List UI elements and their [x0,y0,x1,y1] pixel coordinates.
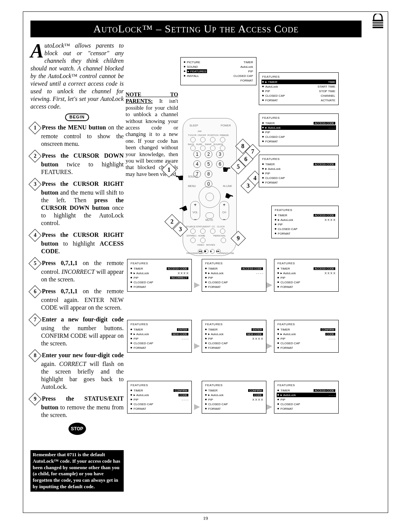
menu-step3: FEATURESTIMERACCESS CODE▸AutoLock- - - -… [259,113,339,146]
svg-rect-1 [373,21,383,22]
menu-step4: FEATURESTIMERACCESS CODE▸AutoLock- - - -… [259,155,339,187]
menu-panel-r3-c2: FEATURESTIMERCONFIRM▸AutoLockCODEPIPX X … [202,381,266,414]
menu-panel-r2-c1: FEATURESTIMERENTER▸AutoLockNEW CODEPIP- … [127,320,192,353]
step-4: 4Press the CURSOR RIGHT button to highli… [30,231,124,255]
menu-panel-r1-c1: FEATURESTIMERACCESS CODE▸AutoLockX X X X… [127,259,192,292]
begin-label: BEGIN [30,113,124,121]
dropcap: A [30,42,45,59]
step-2: 2Press the CURSOR DOWN button twice to h… [30,152,124,176]
svg-rect-2 [373,23,383,24]
step-7: 7Enter a new four-digit code using the n… [30,315,124,347]
step-8: 8Enter your new four-digit code again. C… [30,351,124,391]
step-6: 6Press 0,7,1,1 on the remote control aga… [30,287,124,312]
stop-label: STOP [30,423,124,435]
svg-rect-0 [373,20,383,28]
step-1: 1Press the MENU button on the remote con… [30,123,124,148]
lock-icon [371,14,384,32]
menu-panel-r3-c1: FEATURESTIMERCONFIRM▸AutoLockCODEPIP- - … [127,381,192,414]
menu-step2: FEATURES▸TIMERTIMEAutoLockSTART TIMEPIPS… [259,72,339,105]
menu-panel-r1-c3: FEATURESTIMERACCESS CODE▸AutoLockX X X X… [274,259,339,292]
menu-panel-r2-c3: FEATURESTIMERCONFIRM▸AutoLockCODEPIP- - … [274,320,339,353]
menu-panel-r2-c2: FEATURESTIMERENTER▸AutoLockNEW CODEPIPX … [202,320,266,353]
step-3: 3Press the CURSOR RIGHT button and the m… [30,180,124,227]
intro-text: AutoLock™ allows parents to block out or… [30,42,124,110]
title-text: AutoLock™ – Setting Up the Access Code [93,23,298,35]
step-9: 9Press the STATUS/EXIT button to remove … [30,395,124,419]
menu-step1: PICTURETIMERSOUNDAutoLock▸FEATURESPIPINS… [180,57,256,85]
title-bar: AutoLock™ – Setting Up the Access Code [30,21,362,37]
step-5: 5Press 0,7,1,1 on the remote control. IN… [30,259,124,283]
menu-panel-r3-c3: FEATURESTIMERACCESS CODE▸AutoLock- - - -… [274,381,339,414]
svg-rect-3 [373,24,383,25]
left-column: AutoLock™ allows parents to block out or… [30,42,124,492]
menu-step5: FEATURESTIMERACCESS CODE▸AutoLockX X X X… [271,206,339,238]
menu-panel-r1-c2: FEATURESTIMERACCESS CODE▸AutoLock- - - -… [202,259,266,292]
remember-box: Remember that 0711 is the default AutoLo… [30,450,124,492]
remote-keypad: 123 456 78 0 [191,149,226,189]
svg-rect-4 [373,26,383,27]
page-number: 19 [0,515,411,521]
